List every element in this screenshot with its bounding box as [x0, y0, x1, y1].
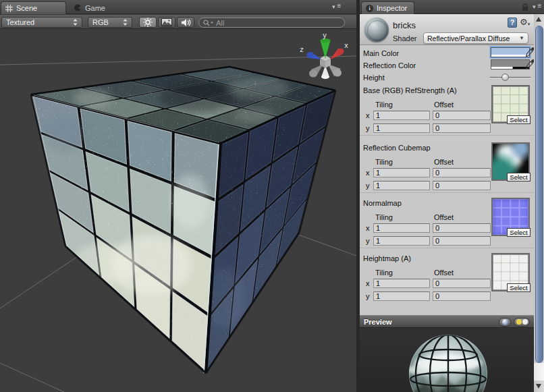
lighting-toggle[interactable] — [139, 17, 157, 28]
tab-scene-label: Scene — [16, 4, 37, 12]
preview-mode-toggle[interactable] — [514, 318, 530, 327]
offset-x-field[interactable]: 0 — [433, 279, 491, 288]
scroll-down-arrow[interactable] — [536, 384, 541, 389]
help-icon[interactable]: ? — [508, 18, 517, 28]
tiling-x-field[interactable]: 1 — [373, 223, 430, 233]
search-icon — [203, 20, 214, 26]
info-icon: i — [366, 5, 373, 12]
preview-sphere — [360, 328, 534, 392]
select-button[interactable]: Select — [507, 173, 531, 181]
offset-y-field[interactable]: 0 — [433, 291, 491, 301]
preview-header: Preview — [360, 315, 534, 328]
x-axis-label: x — [366, 224, 370, 232]
reflection-color-swatch[interactable] — [491, 59, 530, 69]
shader-value: Reflective/Parallax Diffuse — [427, 34, 510, 43]
tab-scene[interactable]: Scene — [1, 1, 66, 14]
tab-inspector[interactable]: i Inspector — [361, 1, 414, 14]
tiling-y-field[interactable]: 1 — [373, 291, 430, 301]
separator — [360, 248, 534, 248]
scroll-up-arrow[interactable] — [536, 17, 541, 22]
inspector-scrollbar[interactable] — [534, 14, 544, 392]
height-slider-track[interactable] — [490, 77, 531, 78]
tiling-y-field[interactable]: 1 — [373, 236, 430, 246]
material-header: bricks Shader Reflective/Parallax Diffus… — [360, 14, 534, 45]
search-field[interactable]: All — [198, 18, 345, 28]
skybox-toggle[interactable] — [158, 17, 175, 28]
scrollbar-thumb[interactable] — [535, 26, 543, 363]
offset-column-label: Offset — [434, 213, 454, 221]
updown-arrows-icon — [123, 19, 128, 26]
tiling-x-field[interactable]: 1 — [373, 279, 430, 288]
tab-game[interactable]: Game — [70, 1, 112, 14]
offset-x-field[interactable]: 0 — [433, 168, 491, 177]
select-button[interactable]: Select — [507, 115, 531, 124]
preview-light-toggle[interactable] — [499, 318, 511, 327]
main-color-swatch[interactable] — [491, 47, 530, 57]
map-section-reflection-cubemap: Reflection CubemapTilingOffsetxy1010Sele… — [360, 144, 534, 196]
updown-arrows-icon — [73, 19, 78, 26]
color-mode-dropdown[interactable]: RGB — [88, 17, 132, 28]
gizmo-axis-label: x — [344, 41, 348, 49]
color-mode-value: RGB — [92, 18, 109, 26]
y-axis-label: y — [366, 124, 370, 132]
x-axis-label: x — [366, 279, 370, 287]
tiling-x-field[interactable]: 1 — [373, 111, 430, 120]
draw-mode-value: Textured — [6, 18, 34, 26]
preview-title: Preview — [364, 318, 392, 326]
scene-grid-icon — [5, 5, 13, 12]
sun-icon — [143, 18, 153, 27]
map-label: Normalmap — [363, 199, 402, 207]
offset-column-label: Offset — [434, 158, 454, 166]
offset-y-field[interactable]: 0 — [433, 236, 491, 246]
axis-gizmo[interactable]: yxz — [300, 31, 348, 79]
offset-x-field[interactable]: 0 — [433, 223, 491, 233]
map-label: Base (RGB) RefStrength (A) — [363, 86, 457, 94]
offset-column-label: Offset — [434, 101, 454, 109]
x-axis-label: x — [366, 169, 370, 177]
draw-mode-dropdown[interactable]: Textured — [1, 17, 82, 28]
scene-tabbar: Scene Game ▾≡ — [0, 0, 356, 14]
unity-window: Scene Game ▾≡ Textured RGB — [0, 0, 544, 392]
select-button[interactable]: Select — [507, 283, 531, 292]
map-section-base-rgb-refstrength-a-: Base (RGB) RefStrength (A)TilingOffsetxy… — [360, 86, 534, 139]
scene-3d-view: yxz — [0, 29, 356, 392]
image-icon — [161, 18, 172, 26]
inspector-panel-menu[interactable]: ▾≡ — [533, 3, 541, 10]
gizmo-axis-label: z — [300, 45, 304, 53]
tiling-x-field[interactable]: 1 — [373, 168, 430, 177]
material-name: bricks — [393, 20, 416, 30]
shader-dropdown[interactable]: Reflective/Parallax Diffuse ▼ — [423, 32, 528, 44]
main-color-label: Main Color — [363, 49, 399, 57]
y-axis-label: y — [366, 292, 370, 300]
scene-panel: Scene Game ▾≡ Textured RGB — [0, 0, 356, 392]
map-section-heightmap-a-: Heightmap (A)TilingOffsetxy1010Select — [360, 254, 534, 307]
tiling-column-label: Tiling — [375, 269, 393, 277]
inspector-tabbar: i Inspector ▾≡ — [360, 0, 544, 14]
reflection-color-label: Reflection Color — [363, 61, 416, 69]
x-axis-label: x — [366, 111, 370, 119]
map-label: Reflection Cubemap — [363, 144, 431, 152]
yellow-dot-icon — [516, 319, 522, 325]
scene-viewport[interactable]: yxz — [0, 29, 356, 392]
tiling-y-field[interactable]: 1 — [373, 123, 430, 133]
game-icon — [74, 4, 82, 11]
scene-panel-menu[interactable]: ▾≡ — [332, 3, 341, 10]
tiling-y-field[interactable]: 1 — [373, 181, 430, 190]
material-sphere-icon — [364, 18, 389, 42]
tiling-column-label: Tiling — [375, 213, 393, 221]
offset-x-field[interactable]: 0 — [433, 111, 491, 120]
map-label: Heightmap (A) — [363, 254, 411, 262]
y-axis-label: y — [366, 237, 370, 245]
scene-toolbar: Textured RGB — [0, 15, 356, 29]
tab-game-label: Game — [85, 4, 105, 12]
audio-toggle[interactable] — [177, 17, 194, 28]
offset-y-field[interactable]: 0 — [433, 123, 491, 133]
offset-y-field[interactable]: 0 — [433, 181, 491, 190]
height-slider-thumb[interactable] — [501, 74, 509, 81]
gear-icon[interactable]: ⚙ — [520, 17, 530, 27]
tiling-column-label: Tiling — [375, 158, 393, 166]
lock-icon[interactable] — [522, 3, 528, 11]
select-button[interactable]: Select — [507, 228, 531, 237]
tab-inspector-label: Inspector — [377, 4, 407, 12]
preview-area[interactable] — [360, 328, 534, 392]
